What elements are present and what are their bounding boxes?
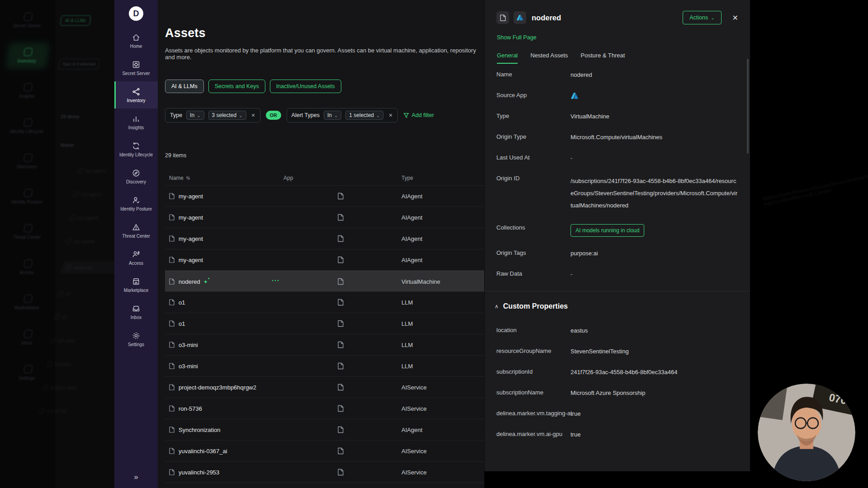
asset-name: my-agent — [179, 257, 203, 263]
field-label: resourceGroupName — [496, 347, 571, 354]
field-value: Microsoft.Compute/virtualMachines — [571, 133, 738, 141]
asset-name: my-agent — [179, 235, 203, 242]
asset-name: my-agent — [179, 214, 203, 221]
sidebar-item-inventory[interactable]: Inventory — [114, 81, 158, 108]
file-icon — [169, 257, 175, 263]
sidebar-collapse-button[interactable]: » — [114, 473, 158, 482]
field-value: StevenSentinelTesting — [571, 347, 738, 356]
table-row[interactable]: yuvalinchi-2953 ✦✦ AIService — [165, 462, 484, 483]
asset-name: o3-mini — [179, 342, 198, 348]
sidebar-item-label: Insights — [128, 125, 144, 130]
filter-bar: Type In 3 selected ✕ OR Alert Types In 1… — [165, 108, 484, 122]
table-row[interactable]: my-agent ✦✦ AIAgent — [165, 249, 484, 271]
show-full-page-link[interactable]: Show Full Page — [497, 34, 537, 41]
sidebar-item-marketplace[interactable]: Marketplace — [114, 271, 158, 298]
ghost-row-label: my-agent — [73, 239, 96, 244]
tab-inactive-unused[interactable]: Inactive/Unused Assets — [270, 80, 341, 93]
asset-name: yuvalinchi-2953 — [179, 469, 219, 476]
sidebar-item-secret-server[interactable]: Secret Server — [114, 54, 158, 81]
asset-type: AIAgent — [401, 235, 422, 242]
table-row[interactable]: my-agent ✦✦ AIAgent — [165, 186, 484, 207]
tab-ai-llms[interactable]: AI & LLMs — [165, 80, 204, 93]
filter-field-label: Alert Types — [292, 112, 320, 118]
sidebar-item-label: Access — [129, 261, 143, 266]
ghost-nav-label: Identity Lifecycle — [10, 129, 44, 134]
ghost-row: project-dem — [42, 385, 100, 390]
table-row[interactable]: my-agent ✦✦ AIAgent — [165, 207, 484, 228]
table-row[interactable]: o3-mini ✦✦ LLM — [165, 334, 484, 356]
tab-secrets-and-keys[interactable]: Secrets and Keys — [208, 80, 265, 93]
ghost-nav-icon — [24, 83, 33, 91]
table-row[interactable]: project-demoqz3mbp6hqrgw2 ✦✦ AIService — [165, 377, 484, 398]
sidebar-item-identity-posture[interactable]: Identity Posture — [114, 190, 158, 217]
ghost-nav-icon — [24, 13, 33, 21]
scrollbar-thumb[interactable] — [747, 59, 749, 154]
field-value: Microsoft Azure Sponsorship — [571, 389, 738, 397]
field-value: purpose:ai — [571, 249, 738, 258]
column-header-type: Type — [401, 175, 413, 181]
filter-operator-select[interactable]: In — [186, 111, 204, 120]
sidebar-item-label: Inbox — [131, 315, 142, 320]
page-title: Assets — [165, 26, 484, 40]
sidebar-item-inbox[interactable]: Inbox — [114, 298, 158, 325]
filter-clear-icon[interactable]: ✕ — [251, 113, 255, 118]
table-row[interactable]: nodered ✦✦ ··· VirtualMachine — [165, 271, 484, 292]
actions-button[interactable]: Actions — [683, 11, 721, 24]
ghost-text-overlay: 8bf0ec33a464/resourceGroups/StevenSentin… — [762, 173, 868, 206]
field-label: delinea.marker.vm.ai-gpu — [496, 431, 571, 437]
file-icon — [169, 405, 175, 412]
ghost-nav-item: Inventory — [0, 38, 57, 73]
column-header-name[interactable]: Name — [169, 175, 190, 181]
sidebar-item-access[interactable]: Access — [114, 244, 158, 271]
page-description: Assets are objects monitored by the plat… — [165, 47, 484, 61]
app-file-icon — [338, 426, 344, 433]
table-row[interactable]: o3-mini ✦✦ LLM — [165, 356, 484, 377]
filter-chip-alert-types: Alert Types In 1 selected ✕ — [287, 108, 398, 122]
sidebar-item-label: Threat Center — [122, 234, 150, 239]
collection-chip[interactable]: AI models running in cloud — [571, 224, 644, 237]
table-row[interactable]: Synchronization ✦✦ AIAgent — [165, 419, 484, 441]
ghost-nav-icon — [24, 295, 33, 303]
field-source-app: Source App — [485, 92, 750, 100]
sidebar-item-settings[interactable]: Settings — [114, 325, 158, 352]
sidebar-nav: Home Secret Server Inventory Insights Id… — [114, 27, 158, 352]
table-row[interactable]: o1 ✦✦ LLM — [165, 292, 484, 313]
asset-type: AIService — [401, 448, 427, 455]
sidebar-item-discovery[interactable]: Discovery — [114, 163, 158, 190]
ghost-row-label: ron-5736 — [46, 408, 68, 414]
asset-file-badge — [496, 11, 509, 24]
tab-posture-threat[interactable]: Posture & Threat — [580, 52, 625, 64]
ghost-nav-label: Threat Center — [13, 235, 41, 239]
table-row[interactable]: my-agent ✦✦ AIAgent — [165, 228, 484, 249]
filter-clear-icon[interactable]: ✕ — [388, 113, 392, 118]
ghost-file-icon — [54, 314, 60, 320]
ghost-row-label: o3-mini — [53, 361, 71, 367]
sidebar-item-label: Marketplace — [124, 288, 148, 293]
filter-operator-select[interactable]: In — [324, 111, 341, 120]
filter-value-select[interactable]: 1 selected — [345, 111, 383, 120]
chevron-up-icon[interactable]: ∧ — [495, 303, 499, 310]
home-icon — [132, 33, 141, 42]
table-row[interactable]: ron-5736 ✦✦ AIService — [165, 398, 484, 419]
add-filter-label: Add filter — [412, 112, 434, 118]
app-loading-indicator[interactable]: ··· — [272, 277, 280, 284]
close-icon[interactable]: ✕ — [732, 14, 738, 22]
ghost-row-label: nodered — [73, 265, 93, 270]
sidebar-item-identity-lifecycle[interactable]: Identity Lifecycle — [114, 136, 158, 163]
table-row[interactable]: o1 ✦✦ LLM — [165, 313, 484, 334]
tab-nested-assets[interactable]: Nested Assets — [530, 52, 568, 64]
field-label: Last Used At — [496, 154, 571, 161]
field-label: subscriptionId — [496, 368, 571, 375]
filter-value-select[interactable]: 3 selected — [208, 111, 246, 120]
drawer-title: nodered — [532, 14, 561, 22]
add-filter-button[interactable]: Add filter — [403, 112, 434, 118]
sidebar-item-threat-center[interactable]: Threat Center — [114, 217, 158, 244]
tab-general[interactable]: General — [497, 52, 518, 64]
field-label: Collections — [496, 224, 571, 231]
ghost-nav-item: Identity Posture — [0, 179, 57, 214]
sidebar-item-insights[interactable]: Insights — [114, 108, 158, 136]
filter-join-pill[interactable]: OR — [266, 111, 281, 120]
table-row[interactable]: yuvalinchi-0367_ai ✦✦ AIService — [165, 441, 484, 462]
file-icon — [169, 448, 175, 454]
sidebar-item-home[interactable]: Home — [114, 27, 158, 54]
